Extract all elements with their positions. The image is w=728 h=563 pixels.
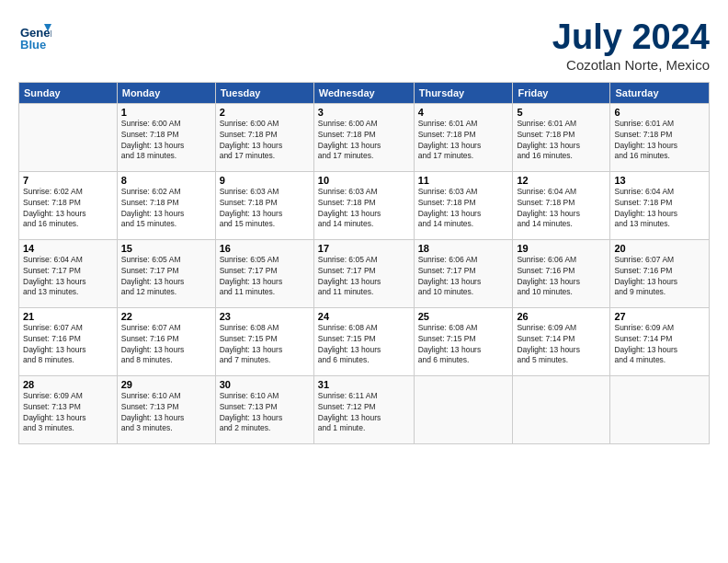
calendar-cell: 14Sunrise: 6:04 AMSunset: 7:17 PMDayligh… — [19, 239, 118, 307]
svg-text:Blue: Blue — [20, 38, 46, 52]
day-info: Sunrise: 6:07 AMSunset: 7:16 PMDaylight:… — [23, 323, 113, 367]
calendar-cell: 10Sunrise: 6:03 AMSunset: 7:18 PMDayligh… — [313, 171, 414, 239]
calendar-cell: 25Sunrise: 6:08 AMSunset: 7:15 PMDayligh… — [414, 307, 513, 375]
calendar-cell: 27Sunrise: 6:09 AMSunset: 7:14 PMDayligh… — [610, 307, 710, 375]
calendar-cell: 18Sunrise: 6:06 AMSunset: 7:17 PMDayligh… — [414, 239, 513, 307]
day-info: Sunrise: 6:07 AMSunset: 7:16 PMDaylight:… — [614, 255, 705, 299]
calendar-week-1: 1Sunrise: 6:00 AMSunset: 7:18 PMDaylight… — [19, 103, 710, 171]
calendar-cell: 12Sunrise: 6:04 AMSunset: 7:18 PMDayligh… — [513, 171, 610, 239]
day-info: Sunrise: 6:05 AMSunset: 7:17 PMDaylight:… — [220, 255, 310, 299]
day-info: Sunrise: 6:08 AMSunset: 7:15 PMDaylight:… — [220, 323, 310, 367]
calendar-cell — [513, 375, 610, 443]
logo: General Blue — [18, 18, 55, 52]
day-info: Sunrise: 6:09 AMSunset: 7:13 PMDaylight:… — [23, 391, 113, 435]
calendar-week-2: 7Sunrise: 6:02 AMSunset: 7:18 PMDaylight… — [19, 171, 710, 239]
day-info: Sunrise: 6:10 AMSunset: 7:13 PMDaylight:… — [121, 391, 211, 435]
calendar-cell: 22Sunrise: 6:07 AMSunset: 7:16 PMDayligh… — [117, 307, 215, 375]
day-info: Sunrise: 6:00 AMSunset: 7:18 PMDaylight:… — [220, 119, 310, 163]
day-number: 27 — [614, 311, 705, 322]
day-info: Sunrise: 6:04 AMSunset: 7:17 PMDaylight:… — [23, 255, 113, 299]
calendar-cell: 11Sunrise: 6:03 AMSunset: 7:18 PMDayligh… — [414, 171, 513, 239]
day-header-sunday: Sunday — [19, 82, 118, 103]
day-number: 15 — [121, 243, 211, 254]
day-number: 4 — [418, 107, 509, 118]
day-number: 18 — [418, 243, 509, 254]
day-info: Sunrise: 6:01 AMSunset: 7:18 PMDaylight:… — [614, 119, 705, 163]
calendar-cell: 4Sunrise: 6:01 AMSunset: 7:18 PMDaylight… — [414, 103, 513, 171]
calendar-cell: 17Sunrise: 6:05 AMSunset: 7:17 PMDayligh… — [313, 239, 414, 307]
calendar-body: 1Sunrise: 6:00 AMSunset: 7:18 PMDaylight… — [19, 103, 710, 443]
calendar-cell: 3Sunrise: 6:00 AMSunset: 7:18 PMDaylight… — [313, 103, 414, 171]
calendar-cell: 2Sunrise: 6:00 AMSunset: 7:18 PMDaylight… — [215, 103, 313, 171]
calendar-cell: 8Sunrise: 6:02 AMSunset: 7:18 PMDaylight… — [117, 171, 215, 239]
calendar-cell: 1Sunrise: 6:00 AMSunset: 7:18 PMDaylight… — [117, 103, 215, 171]
day-number: 7 — [23, 175, 113, 186]
calendar-cell: 9Sunrise: 6:03 AMSunset: 7:18 PMDaylight… — [215, 171, 313, 239]
day-number: 9 — [220, 175, 310, 186]
day-number: 17 — [318, 243, 410, 254]
calendar-cell: 16Sunrise: 6:05 AMSunset: 7:17 PMDayligh… — [215, 239, 313, 307]
day-info: Sunrise: 6:00 AMSunset: 7:18 PMDaylight:… — [121, 119, 211, 163]
day-number: 26 — [517, 311, 606, 322]
title-block: July 2024 Cozotlan Norte, Mexico — [552, 18, 710, 73]
day-number: 28 — [23, 379, 113, 390]
day-number: 5 — [517, 107, 606, 118]
calendar-cell: 30Sunrise: 6:10 AMSunset: 7:13 PMDayligh… — [215, 375, 313, 443]
day-number: 11 — [418, 175, 509, 186]
day-info: Sunrise: 6:03 AMSunset: 7:18 PMDaylight:… — [318, 187, 410, 231]
calendar-cell: 13Sunrise: 6:04 AMSunset: 7:18 PMDayligh… — [610, 171, 710, 239]
day-number: 30 — [220, 379, 310, 390]
day-info: Sunrise: 6:02 AMSunset: 7:18 PMDaylight:… — [121, 187, 211, 231]
calendar-cell: 28Sunrise: 6:09 AMSunset: 7:13 PMDayligh… — [19, 375, 118, 443]
day-info: Sunrise: 6:01 AMSunset: 7:18 PMDaylight:… — [517, 119, 606, 163]
day-header-monday: Monday — [117, 82, 215, 103]
day-info: Sunrise: 6:03 AMSunset: 7:18 PMDaylight:… — [418, 187, 509, 231]
day-number: 16 — [220, 243, 310, 254]
day-info: Sunrise: 6:05 AMSunset: 7:17 PMDaylight:… — [121, 255, 211, 299]
calendar-cell: 20Sunrise: 6:07 AMSunset: 7:16 PMDayligh… — [610, 239, 710, 307]
calendar-cell: 31Sunrise: 6:11 AMSunset: 7:12 PMDayligh… — [313, 375, 414, 443]
day-info: Sunrise: 6:04 AMSunset: 7:18 PMDaylight:… — [614, 187, 705, 231]
day-number: 25 — [418, 311, 509, 322]
calendar-cell: 23Sunrise: 6:08 AMSunset: 7:15 PMDayligh… — [215, 307, 313, 375]
calendar-cell: 29Sunrise: 6:10 AMSunset: 7:13 PMDayligh… — [117, 375, 215, 443]
day-number: 23 — [220, 311, 310, 322]
day-info: Sunrise: 6:08 AMSunset: 7:15 PMDaylight:… — [418, 323, 509, 367]
calendar-cell — [610, 375, 710, 443]
calendar-cell: 5Sunrise: 6:01 AMSunset: 7:18 PMDaylight… — [513, 103, 610, 171]
calendar-table: SundayMondayTuesdayWednesdayThursdayFrid… — [18, 82, 710, 444]
day-info: Sunrise: 6:00 AMSunset: 7:18 PMDaylight:… — [318, 119, 410, 163]
day-number: 6 — [614, 107, 705, 118]
day-header-wednesday: Wednesday — [313, 82, 414, 103]
day-info: Sunrise: 6:09 AMSunset: 7:14 PMDaylight:… — [517, 323, 606, 367]
day-info: Sunrise: 6:03 AMSunset: 7:18 PMDaylight:… — [220, 187, 310, 231]
day-info: Sunrise: 6:01 AMSunset: 7:18 PMDaylight:… — [418, 119, 509, 163]
day-header-saturday: Saturday — [610, 82, 710, 103]
header: General Blue July 2024 Cozotlan Norte, M… — [18, 18, 710, 73]
calendar-page: General Blue July 2024 Cozotlan Norte, M… — [0, 0, 728, 563]
day-number: 20 — [614, 243, 705, 254]
day-number: 10 — [318, 175, 410, 186]
day-info: Sunrise: 6:10 AMSunset: 7:13 PMDaylight:… — [220, 391, 310, 435]
day-header-tuesday: Tuesday — [215, 82, 313, 103]
day-info: Sunrise: 6:02 AMSunset: 7:18 PMDaylight:… — [23, 187, 113, 231]
day-header-friday: Friday — [513, 82, 610, 103]
day-number: 21 — [23, 311, 113, 322]
day-info: Sunrise: 6:07 AMSunset: 7:16 PMDaylight:… — [121, 323, 211, 367]
calendar-cell: 7Sunrise: 6:02 AMSunset: 7:18 PMDaylight… — [19, 171, 118, 239]
day-info: Sunrise: 6:04 AMSunset: 7:18 PMDaylight:… — [517, 187, 606, 231]
day-number: 8 — [121, 175, 211, 186]
day-info: Sunrise: 6:06 AMSunset: 7:17 PMDaylight:… — [418, 255, 509, 299]
day-info: Sunrise: 6:09 AMSunset: 7:14 PMDaylight:… — [614, 323, 705, 367]
calendar-cell: 19Sunrise: 6:06 AMSunset: 7:16 PMDayligh… — [513, 239, 610, 307]
day-number: 19 — [517, 243, 606, 254]
day-number: 31 — [318, 379, 410, 390]
day-number: 2 — [220, 107, 310, 118]
day-number: 1 — [121, 107, 211, 118]
day-header-thursday: Thursday — [414, 82, 513, 103]
logo-icon: General Blue — [18, 18, 51, 52]
day-number: 13 — [614, 175, 705, 186]
day-info: Sunrise: 6:06 AMSunset: 7:16 PMDaylight:… — [517, 255, 606, 299]
day-info: Sunrise: 6:11 AMSunset: 7:12 PMDaylight:… — [318, 391, 410, 435]
day-info: Sunrise: 6:08 AMSunset: 7:15 PMDaylight:… — [318, 323, 410, 367]
